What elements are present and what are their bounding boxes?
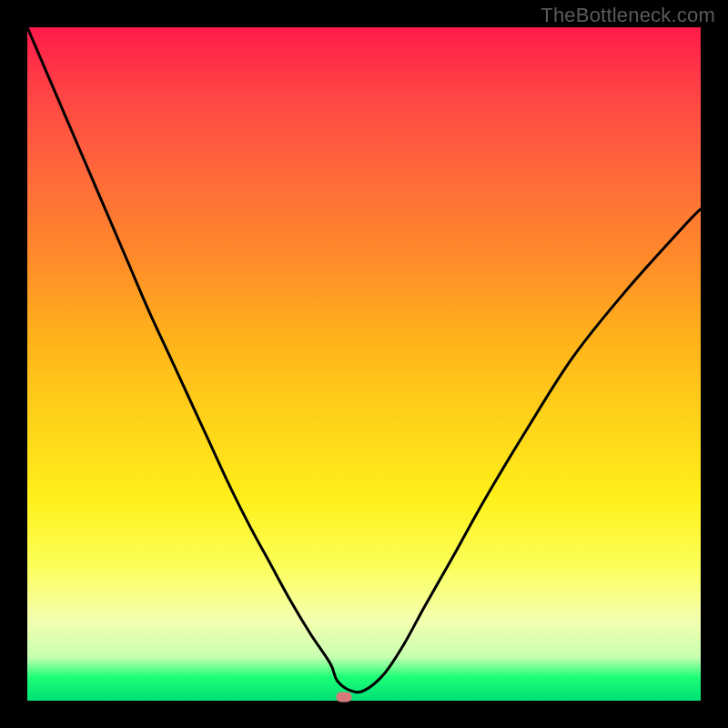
watermark-text: TheBottleneck.com [541, 4, 715, 27]
plot-area [27, 27, 701, 701]
optimal-marker [336, 693, 351, 703]
chart-frame: TheBottleneck.com [0, 0, 728, 728]
bottleneck-curve [27, 27, 701, 701]
